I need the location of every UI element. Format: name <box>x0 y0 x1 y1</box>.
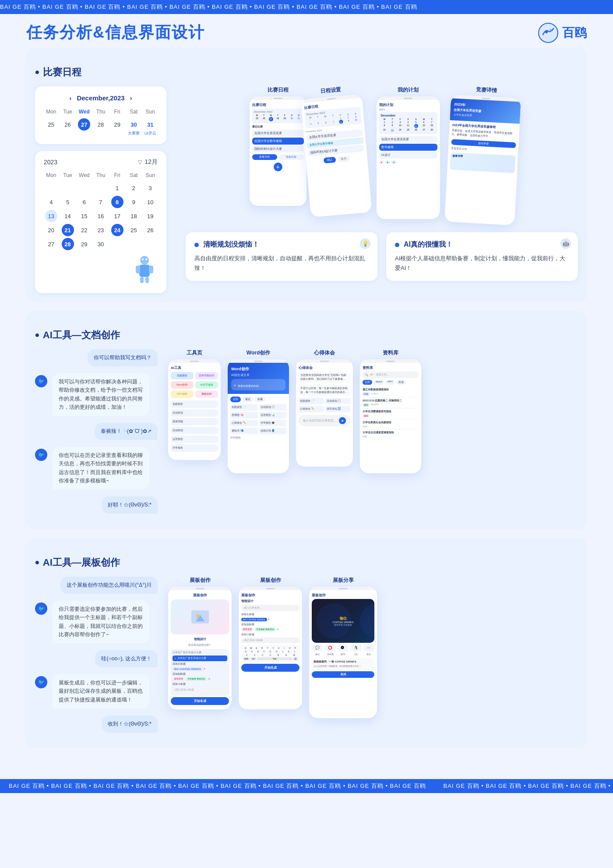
c2-8[interactable]: 8 <box>111 196 123 208</box>
ai-phone3-tool4[interactable]: 语言优化 🔤 <box>325 406 351 412</box>
c2-18[interactable]: 20 <box>45 224 57 236</box>
c2-28[interactable]: 30 <box>95 238 107 250</box>
ai-phone2-search[interactable]: 🔍 搜索你想要的内容... <box>231 379 285 390</box>
c2-13[interactable]: 15 <box>78 210 90 222</box>
c2-11[interactable]: 13 <box>45 210 57 222</box>
ai-phone4-tab-ppt[interactable]: PPT <box>385 380 395 385</box>
tool-banner[interactable]: 展板创作 <box>195 390 218 398</box>
ai-phone3-tool3[interactable]: 心得体会 ✏️ <box>299 406 324 412</box>
next-month-btn[interactable]: › <box>130 94 132 102</box>
cal-day-27[interactable]: 27 <box>78 118 90 131</box>
ai-phone3-tool1[interactable]: 实践报告 📄 <box>299 398 324 404</box>
cal-day-31[interactable]: 31 <box>144 118 156 131</box>
c2-22[interactable]: 24 <box>111 224 123 236</box>
ai-phone4-search[interactable]: 🔍 第一 搜索文件... <box>363 372 419 378</box>
ai-phone2-item7[interactable]: 通知书 📬 <box>230 428 258 434</box>
c2-21[interactable]: 23 <box>95 224 107 236</box>
c2-17[interactable]: 19 <box>144 210 156 222</box>
c2-26[interactable]: 28 <box>62 238 74 250</box>
tool-doc[interactable]: 实践报告 <box>171 372 194 379</box>
c2-12[interactable]: 14 <box>62 210 74 222</box>
c2-2[interactable]: 2 <box>127 182 140 194</box>
share-icon-qq[interactable]: 🐧 <box>350 645 361 651</box>
tool-ai[interactable]: AI文字成改 <box>195 381 218 389</box>
phone1-event3[interactable]: 国际时村UI设计大赛 <box>252 145 304 152</box>
phone1-btn1[interactable]: 查看详情 <box>252 154 277 160</box>
c2-23[interactable]: 25 <box>127 224 140 236</box>
ai-phone2-item8[interactable]: 自我介绍 👤 <box>259 428 287 434</box>
cal-day-26[interactable]: 26 <box>62 118 74 131</box>
c2-1[interactable]: 1 <box>111 182 123 194</box>
ai-phone2-tab-all[interactable]: 全部 <box>230 397 241 402</box>
dropdown-icon[interactable]: ▽ <box>138 159 142 165</box>
c2-10[interactable]: 10 <box>144 196 156 208</box>
banner-form-selected[interactable]: ✓ 大学生广告艺术设计大赛 <box>173 655 227 661</box>
banner-phone2-add1[interactable]: + <box>268 617 270 621</box>
resource-item-5[interactable]: 大学生生活满意度调查报告 调查 <box>363 429 419 439</box>
ai-phone2-item4[interactable]: 运营报告 📊 <box>259 412 287 418</box>
ai-phone2-item3[interactable]: 思维图 🧠 <box>230 412 258 418</box>
banner-phone2-small-input[interactable]: 1项已添加小标题 <box>241 638 299 643</box>
phone1-add-btn[interactable]: + <box>252 163 304 171</box>
ai-phone4-tab-other[interactable]: 其他 <box>396 380 406 385</box>
c2-15[interactable]: 17 <box>111 210 123 222</box>
cal-day-29[interactable]: 29 <box>111 118 123 131</box>
ai-phone2-item2[interactable]: 活动策划 📋 <box>259 404 287 411</box>
tool-word[interactable]: Word创作 <box>171 381 194 389</box>
share-icon-weibo[interactable]: 🅦 <box>338 645 349 651</box>
c2-27[interactable]: 29 <box>78 238 90 250</box>
ai-phone3-input[interactable]: 输入你想写的文章类型... ➤ <box>299 415 350 426</box>
ai-phone3-send-btn[interactable]: ➤ <box>339 417 346 424</box>
resource-item-4[interactable]: 大学生家庭社会实践报告 实践 <box>363 419 419 429</box>
prev-month-btn[interactable]: ‹ <box>69 94 71 102</box>
banner-phone1-start-btn[interactable]: 开始生成 <box>171 697 229 705</box>
banner-phone3-share-btn[interactable]: 取消 <box>312 671 374 678</box>
ai-phone2-tab-recent[interactable]: 最近 <box>243 397 253 402</box>
banner-phone2-add2[interactable]: + <box>277 627 279 631</box>
share-icon-moments[interactable]: ⭕ <box>324 645 335 651</box>
cal-day-25[interactable]: 25 <box>45 118 57 131</box>
banner-tag-natural[interactable]: 天然食材 美味无比 <box>186 677 207 681</box>
c2-14[interactable]: 16 <box>95 210 107 222</box>
c2-25[interactable]: 27 <box>45 238 57 250</box>
banner-phone2-tag1[interactable]: 鲜萃享受 <box>241 627 254 631</box>
banner-phone2-tag2[interactable]: 天然食材 美味无比 <box>254 627 276 631</box>
phone2-confirm-btn[interactable]: 确认 <box>323 157 336 163</box>
ai-phone3-tool2[interactable]: 活动策划 📋 <box>325 398 351 404</box>
c2-3[interactable]: 3 <box>144 182 156 194</box>
ai-phone4-tab-all[interactable]: 全部 <box>363 380 372 385</box>
resource-item-2[interactable]: 20211115·总题实验二·实验报告二 报告 MaciKid <box>363 397 419 408</box>
phone3-item1[interactable]: 全国大学生英语竞赛 <box>379 136 437 143</box>
c2-7[interactable]: 7 <box>95 196 107 208</box>
c2-6[interactable]: 6 <box>78 196 90 208</box>
ai-phone2-item1[interactable]: 实践报告 📄 <box>230 404 258 411</box>
c2-9[interactable]: 9 <box>127 196 140 208</box>
c2-5[interactable]: 5 <box>62 196 74 208</box>
banner-form-add-icon[interactable]: + <box>204 667 206 671</box>
ai-phone2-tab-star[interactable]: 收藏 <box>255 397 265 402</box>
cal-day-28[interactable]: 28 <box>95 118 107 131</box>
phone3-item3[interactable]: UI设计 <box>379 152 437 159</box>
tool-mindmap[interactable]: 思维导图创作 <box>195 372 218 379</box>
phone1-event2[interactable]: 全国大学生数学建模 <box>252 138 304 145</box>
phone3-item2[interactable]: 数学建模 <box>379 144 437 151</box>
banner-tag-add[interactable]: + <box>208 677 210 681</box>
banner-phone2-start-btn[interactable]: 开始生成 <box>241 664 299 672</box>
c2-20[interactable]: 22 <box>78 224 90 236</box>
c2-19[interactable]: 21 <box>62 224 74 236</box>
ai-phone2-item5[interactable]: 心得体会 ✏️ <box>230 420 258 426</box>
ai-phone4-tab-word[interactable]: Word <box>373 380 384 385</box>
phone1-btn2[interactable]: 添加日程 <box>279 154 304 160</box>
c2-16[interactable]: 18 <box>127 210 140 222</box>
banner-form-small-input[interactable]: 1项已添加小标题 <box>173 687 227 693</box>
ai-phone2-item6[interactable]: 升学报告 🎓 <box>259 420 287 426</box>
phone2-cancel-btn[interactable]: 取消 <box>337 156 350 162</box>
c2-24[interactable]: 26 <box>144 224 156 236</box>
phone1-event1[interactable]: 全国大学生英语竞赛 <box>252 130 304 137</box>
banner-tag-fresh[interactable]: 鲜萃享受 <box>173 677 185 681</box>
share-icon-more[interactable]: ⋯ <box>363 645 374 651</box>
cal-day-30[interactable]: 30 <box>127 118 140 131</box>
tool-ppt[interactable]: PPT创作 <box>171 390 194 398</box>
resource-item-3[interactable]: 大学生消费调查研究报告 调研 <box>363 408 419 419</box>
c2-4[interactable]: 4 <box>45 196 57 208</box>
